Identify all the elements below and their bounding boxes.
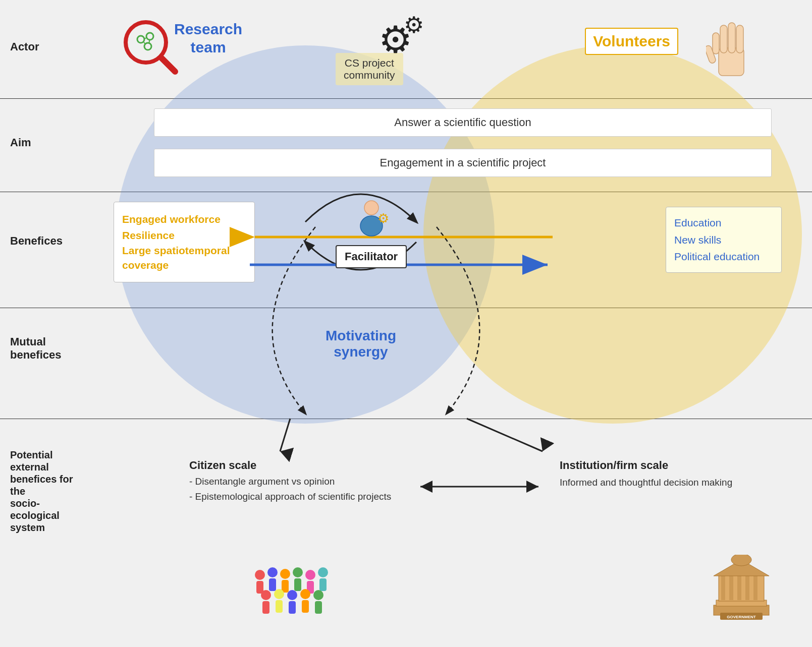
svg-point-2	[137, 36, 144, 43]
facilitator-container: ⚙ Facilitator	[336, 197, 407, 268]
svg-rect-49	[721, 576, 725, 600]
svg-rect-53	[753, 576, 757, 600]
diagram-area: Research team ⚙ ⚙ CS project community V…	[88, 0, 812, 647]
down-arrows-svg	[88, 419, 812, 459]
potential-label-row: Potential external benefices for the soc…	[0, 449, 83, 534]
svg-point-44	[313, 590, 323, 600]
svg-rect-11	[736, 25, 743, 53]
svg-rect-50	[729, 576, 733, 600]
svg-point-1	[126, 22, 166, 63]
benefices-right-box: Education New skills Political education	[666, 207, 782, 273]
svg-point-36	[261, 590, 271, 600]
hand-icon	[706, 18, 751, 93]
benefices-label: Benefices	[10, 234, 63, 248]
synergy-label: Motivating synergy	[326, 328, 396, 360]
volunteers-box: Volunteers	[585, 28, 678, 55]
svg-rect-27	[269, 578, 276, 591]
benefices-label-row: Benefices	[0, 234, 81, 248]
aim-label: Aim	[10, 136, 31, 149]
research-team-label: Research team	[174, 20, 242, 56]
svg-rect-31	[294, 578, 301, 591]
actor-label-row: Actor	[0, 40, 81, 53]
svg-rect-13	[720, 25, 727, 53]
svg-point-42	[300, 589, 310, 599]
svg-text:GOVERNMENT: GOVERNMENT	[727, 615, 755, 619]
svg-rect-45	[315, 601, 322, 614]
svg-point-40	[287, 590, 297, 600]
svg-line-0	[161, 58, 175, 72]
mutual-label-row: Mutual benefices	[0, 335, 81, 362]
citizen-scale-box: Citizen scale - Disentangle argument vs …	[189, 459, 442, 504]
institution-scale-box: Institution/firm scale Informed and thou…	[560, 459, 772, 490]
svg-rect-41	[289, 601, 296, 614]
svg-point-3	[146, 33, 153, 40]
svg-rect-12	[728, 23, 735, 53]
svg-rect-37	[262, 601, 269, 614]
labels-column: Actor Aim Benefices Mutual benefices Pot…	[0, 0, 88, 647]
government-icon: GOVERNMENT	[711, 555, 772, 622]
main-container: Actor Aim Benefices Mutual benefices Pot…	[0, 0, 812, 647]
svg-text:⚙: ⚙	[404, 12, 424, 38]
svg-rect-52	[745, 576, 749, 600]
svg-rect-43	[302, 600, 309, 613]
svg-point-30	[293, 567, 303, 577]
svg-line-22	[467, 419, 543, 451]
svg-point-38	[274, 589, 284, 599]
svg-point-55	[731, 555, 751, 566]
aim-box-1: Answer a scientific question	[154, 108, 772, 137]
aim-label-row: Aim	[0, 136, 81, 149]
facilitator-icon: ⚙	[336, 197, 407, 243]
actor-label: Actor	[10, 40, 39, 53]
svg-rect-51	[737, 576, 741, 600]
crowd-icon	[250, 560, 331, 627]
benefices-left-box: Engaged workforce Resilience Large spati…	[114, 202, 255, 282]
svg-point-34	[318, 567, 328, 577]
svg-rect-35	[319, 578, 327, 591]
svg-point-16	[364, 201, 378, 215]
svg-point-28	[280, 569, 290, 579]
facilitator-box: Facilitator	[336, 245, 407, 268]
svg-rect-14	[713, 33, 719, 54]
svg-line-7	[144, 42, 146, 44]
svg-point-26	[267, 567, 278, 577]
svg-point-24	[255, 570, 265, 580]
svg-text:⚙: ⚙	[377, 211, 389, 226]
svg-line-21	[280, 419, 290, 451]
mutual-label: Mutual benefices	[10, 335, 62, 362]
double-arrow-svg	[416, 477, 543, 497]
cs-project-label: CS project community	[336, 53, 403, 85]
svg-point-32	[305, 570, 315, 580]
magnifier-icon	[119, 15, 179, 83]
potential-label: Potential external benefices for the soc…	[10, 449, 83, 534]
aim-box-2: Engagement in a scientific project	[154, 149, 772, 177]
svg-rect-39	[276, 600, 283, 613]
